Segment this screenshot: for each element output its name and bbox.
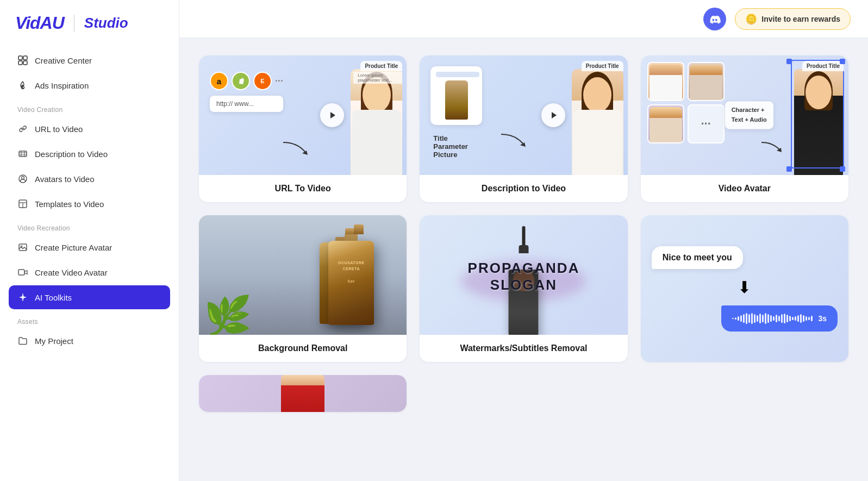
product-card-mini xyxy=(430,66,482,125)
photo-collage: ··· xyxy=(647,62,725,143)
card-url-to-video[interactable]: a E ··· http:// www... xyxy=(199,55,407,202)
sidebar-item-creative-center[interactable]: Creative Center xyxy=(9,48,170,72)
card-watermark-image: PROPAGANDA SLOGAN xyxy=(420,215,627,335)
play-button xyxy=(320,103,344,127)
sidebar-navigation: Creative Center Ads Inspiration Video Cr… xyxy=(0,48,179,481)
sidebar-item-templates-to-video[interactable]: Templates to Video xyxy=(9,192,170,216)
svg-rect-5 xyxy=(19,151,27,157)
sidebar-item-ai-toolkits[interactable]: AI Toolkits xyxy=(9,285,170,309)
sidebar-item-description-to-video[interactable]: Description to Video xyxy=(9,142,170,166)
sidebar-label-my-project: My Project xyxy=(35,336,73,346)
sidebar-label-ads-inspiration: Ads Inspiration xyxy=(35,81,89,90)
logo-vidau: VidAU xyxy=(15,13,64,33)
svg-rect-17 xyxy=(18,270,24,275)
sidebar-label-templates-to-video: Templates to Video xyxy=(35,199,104,209)
svg-rect-15 xyxy=(19,244,27,251)
logo-studio: Studio xyxy=(84,15,128,32)
sidebar-label-description-to-video: Description to Video xyxy=(35,149,108,159)
card-watermark-label: Watermarks/Subtitles Removal xyxy=(420,335,627,362)
image-icon xyxy=(17,242,28,253)
link-icon xyxy=(17,123,28,134)
card-tts-image: Nice to meet you ⬇ 3s xyxy=(641,215,848,362)
header: 🪙 Invite to earn rewards xyxy=(179,0,868,38)
url-product-desc: Lorem ipsum placeholder text... xyxy=(353,72,402,84)
flame-icon xyxy=(17,80,28,91)
card-watermarks-removal[interactable]: PROPAGANDA SLOGAN Watermarks/Subtitles R… xyxy=(420,215,627,362)
content-area: a E ··· http:// www... xyxy=(179,38,868,481)
assets-label: Assets xyxy=(9,310,170,329)
shopify-icon xyxy=(232,72,250,90)
sidebar-item-avatars-to-video[interactable]: Avatars to Video xyxy=(9,167,170,191)
card-url-image: a E ··· http:// www... xyxy=(199,55,407,175)
more-icon: ··· xyxy=(275,76,283,87)
logo-divider xyxy=(74,15,74,32)
video-recreation-label: Video Recreation xyxy=(9,217,170,235)
amazon-icon: a xyxy=(210,72,228,90)
coin-icon: 🪙 xyxy=(745,13,757,25)
card-avatar-label: Video Avatar xyxy=(641,175,848,202)
discord-button[interactable] xyxy=(703,8,726,30)
sidebar-item-ads-inspiration[interactable]: Ads Inspiration xyxy=(9,73,170,97)
sparkle-icon xyxy=(17,292,28,303)
card-text-to-speech[interactable]: Nice to meet you ⬇ 3s Text to Speech xyxy=(641,215,848,362)
sidebar-item-my-project[interactable]: My Project xyxy=(9,329,170,353)
etsy-icon: E xyxy=(253,72,272,90)
card-bg-image: 🌿 OCUSATORECERETACer xyxy=(199,215,407,335)
desc-text-block: Title Parameter Picture xyxy=(433,134,468,159)
desc-product-title: Product Title xyxy=(582,61,623,71)
corner-handle-br xyxy=(840,166,845,172)
plant-foreground: 🌿 xyxy=(204,299,248,335)
svg-marker-21 xyxy=(552,112,557,118)
layout-icon xyxy=(17,198,28,209)
video-creation-label: Video Creation xyxy=(9,98,170,117)
svg-marker-19 xyxy=(330,112,335,118)
video-icon xyxy=(17,267,28,278)
sidebar-label-ai-toolkits: AI Toolkits xyxy=(35,293,72,302)
cards-grid: a E ··· http:// www... xyxy=(199,55,848,412)
char-text-overlay: Character +Text + Audio xyxy=(725,101,773,129)
sidebar-item-url-to-video[interactable]: URL to Video xyxy=(9,117,170,141)
desc-person-silhouette xyxy=(572,69,623,175)
avatar-arrow-svg xyxy=(759,140,786,153)
desc-arrow-svg xyxy=(498,132,531,148)
invite-label: Invite to earn rewards xyxy=(761,15,840,23)
card-background-removal[interactable]: 🌿 OCUSATORECERETACer xyxy=(199,215,407,362)
audio-timer: 3s xyxy=(818,314,827,323)
card-partial-visible[interactable] xyxy=(199,375,407,412)
url-product-title: Product Title xyxy=(360,61,402,71)
card-description-to-video[interactable]: Title Parameter Picture xyxy=(420,55,627,202)
sidebar-item-create-video-avatar[interactable]: Create Video Avatar xyxy=(9,260,170,284)
card-bg-label: Background Removal xyxy=(199,335,407,362)
user-circle-icon xyxy=(17,173,28,184)
desc-play-button xyxy=(541,103,565,127)
card-partial-image xyxy=(199,375,407,412)
waveform xyxy=(732,312,813,325)
person-silhouette xyxy=(351,69,402,175)
film-icon xyxy=(17,148,28,159)
svg-rect-1 xyxy=(23,56,27,60)
folder-icon xyxy=(17,335,28,346)
url-input-display: http:// www... xyxy=(210,96,283,112)
chat-bubble-white: Nice to meet you xyxy=(652,246,743,269)
sidebar-label-url-to-video: URL to Video xyxy=(35,124,83,134)
sidebar-item-create-picture-avatar[interactable]: Create Picture Avatar xyxy=(9,235,170,259)
svg-rect-0 xyxy=(18,56,22,60)
avatar-product-title: Product Title xyxy=(802,61,844,71)
corner-handle-tl xyxy=(840,59,845,64)
svg-rect-2 xyxy=(18,61,22,65)
grid-icon xyxy=(17,55,28,66)
main-content: 🪙 Invite to earn rewards a xyxy=(179,0,868,481)
sidebar: VidAU Studio Creative Center xyxy=(0,0,179,481)
card-url-label: URL To Video xyxy=(199,175,407,202)
more-dots-card: ··· xyxy=(688,104,725,143)
logo-area: VidAU Studio xyxy=(0,13,179,48)
corner-handle-tr xyxy=(786,59,792,64)
card-video-avatar[interactable]: ··· Character +Text + Audio Product Titl… xyxy=(641,55,848,202)
card-desc-label: Description to Video xyxy=(420,175,627,202)
sidebar-label-create-picture-avatar: Create Picture Avatar xyxy=(35,243,112,252)
sidebar-label-creative-center: Creative Center xyxy=(35,56,92,65)
svg-point-11 xyxy=(22,177,24,179)
invite-button[interactable]: 🪙 Invite to earn rewards xyxy=(735,8,851,30)
selection-box xyxy=(791,60,844,168)
audio-bubble: 3s xyxy=(721,305,838,332)
